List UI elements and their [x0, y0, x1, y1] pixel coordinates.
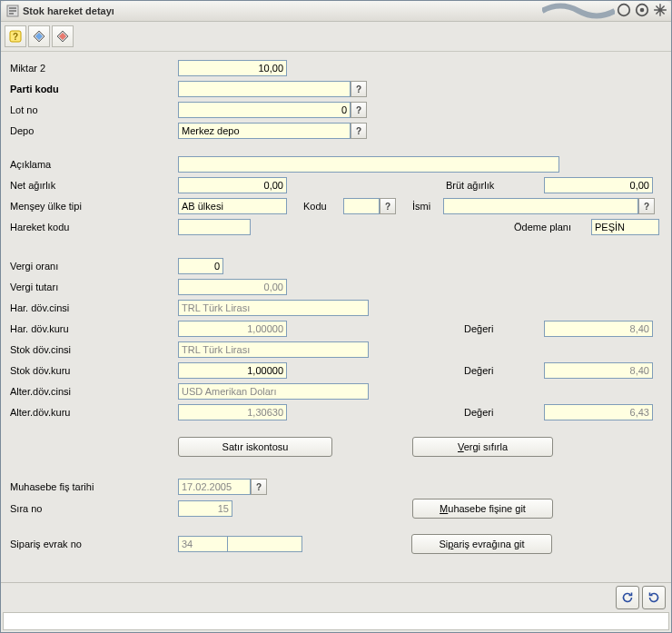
undo-button[interactable]	[642, 586, 666, 609]
svg-rect-1	[9, 7, 16, 9]
stok-degeri-output	[544, 362, 653, 379]
vergi-tutari-output	[178, 279, 287, 295]
label-vergi-orani: Vergi oranı	[10, 261, 178, 272]
ismi-lookup-button[interactable]: ?	[638, 198, 655, 214]
window: Stok hareket detayı ?	[0, 0, 672, 633]
titlebar-left: Stok hareket detayı	[6, 5, 114, 17]
brut-agirlik-input[interactable]	[544, 177, 653, 193]
label-brut-agirlik: Brüt ağırlık	[446, 180, 544, 191]
content: Miktar 2 Parti kodu ? Lot no ? Depo ? Aç…	[1, 52, 671, 582]
svg-rect-3	[9, 13, 14, 15]
satir-iskontosu-button[interactable]: Satır iskontosu	[178, 437, 332, 457]
label-hareket-kodu: Hareket kodu	[10, 222, 178, 232]
maximize-button[interactable]	[635, 3, 649, 17]
help-toolbar-button[interactable]: ?	[5, 25, 26, 47]
label-miktar2: Miktar 2	[10, 63, 178, 74]
odeme-plani-input[interactable]	[591, 219, 659, 235]
stok-dov-kuru-input[interactable]	[178, 362, 287, 379]
svg-text:?: ?	[13, 32, 18, 42]
kodu-lookup-button[interactable]: ?	[380, 198, 396, 214]
lot-no-input[interactable]	[178, 102, 351, 118]
label-stok-degeri: Değeri	[464, 365, 544, 376]
sira-no-output	[178, 500, 232, 517]
label-net-agirlik: Net ağırlık	[10, 180, 178, 191]
stok-dov-cinsi-output	[178, 341, 369, 358]
label-muhasebe-fis-tarihi: Muhasebe fiş tarihi	[10, 481, 178, 492]
action-1-toolbar-button[interactable]	[28, 25, 50, 47]
label-stok-dov-cinsi: Stok döv.cinsi	[10, 344, 178, 355]
parti-kodu-input[interactable]	[178, 81, 351, 97]
vergi-sifirla-button[interactable]: Vergi sıfırla	[412, 437, 553, 457]
label-vergi-tutari: Vergi tutarı	[10, 282, 178, 292]
window-title: Stok hareket detayı	[23, 5, 114, 16]
refresh-button[interactable]	[616, 586, 639, 609]
close-button[interactable]	[653, 3, 667, 17]
label-alter-dov-kuru: Alter.döv.kuru	[10, 407, 178, 418]
svg-point-4	[618, 5, 630, 16]
miktar2-input[interactable]	[178, 60, 287, 76]
lot-no-lookup-button[interactable]: ?	[351, 102, 367, 118]
svg-point-6	[640, 8, 645, 13]
svg-rect-2	[9, 10, 16, 12]
statusbar	[3, 612, 669, 630]
label-depo: Depo	[10, 125, 178, 136]
label-har-dov-cinsi: Har. döv.cinsi	[10, 302, 178, 313]
muhasebe-fis-tarihi-output	[178, 479, 251, 495]
action-2-toolbar-button[interactable]	[52, 25, 74, 47]
siparis-evrak-no-prefix-output	[178, 536, 228, 552]
label-har-dov-kuru: Har. döv.kuru	[10, 323, 178, 334]
ismi-input[interactable]	[443, 198, 638, 214]
minimize-button[interactable]	[617, 3, 631, 17]
parti-kodu-lookup-button[interactable]: ?	[351, 81, 367, 97]
titlebar: Stok hareket detayı	[1, 1, 671, 22]
hareket-kodu-input[interactable]	[178, 219, 251, 235]
label-siparis-evrak-no: Sipariş evrak no	[10, 539, 178, 549]
titlebar-buttons	[617, 3, 667, 17]
label-alter-dov-cinsi: Alter.döv.cinsi	[10, 386, 178, 397]
har-dov-cinsi-output	[178, 300, 369, 316]
label-sira-no: Sıra no	[10, 503, 178, 514]
aciklama-input[interactable]	[178, 156, 559, 173]
har-dov-kuru-output	[178, 321, 287, 337]
label-lot-no: Lot no	[10, 104, 178, 115]
alter-dov-kuru-output	[178, 404, 287, 420]
label-kodu: Kodu	[303, 201, 338, 212]
depo-lookup-button[interactable]: ?	[351, 123, 367, 139]
label-aciklama: Açıklama	[10, 159, 178, 170]
kodu-input[interactable]	[343, 198, 380, 214]
alter-degeri-output	[544, 404, 653, 420]
titlebar-curve	[542, 1, 615, 21]
har-degeri-output	[544, 321, 653, 337]
toolbar: ?	[1, 22, 671, 52]
net-agirlik-input[interactable]	[178, 177, 287, 193]
muhasebe-fis-tarihi-lookup-button[interactable]: ?	[251, 479, 267, 495]
label-ismi: İsmi	[412, 201, 438, 212]
bottombar	[1, 582, 671, 612]
siparis-evragina-git-button[interactable]: Sipariş evrağına git	[411, 534, 552, 554]
alter-dov-cinsi-output	[178, 383, 369, 400]
label-stok-dov-kuru: Stok döv.kuru	[10, 365, 178, 376]
vergi-orani-input[interactable]	[178, 258, 223, 274]
app-icon	[6, 5, 19, 17]
label-alter-degeri: Değeri	[464, 407, 544, 418]
muhasebe-fisine-git-button[interactable]: Muhasebe fişine git	[412, 499, 553, 519]
label-har-degeri: Değeri	[464, 323, 544, 334]
siparis-evrak-no-output	[228, 536, 302, 552]
label-mensey-ulke-tipi: Menşey ülke tipi	[10, 201, 178, 212]
depo-input[interactable]	[178, 123, 351, 139]
label-odeme-plani: Ödeme planı	[514, 222, 591, 232]
mensey-ulke-tipi-input[interactable]	[178, 198, 287, 214]
label-parti-kodu: Parti kodu	[10, 84, 178, 94]
